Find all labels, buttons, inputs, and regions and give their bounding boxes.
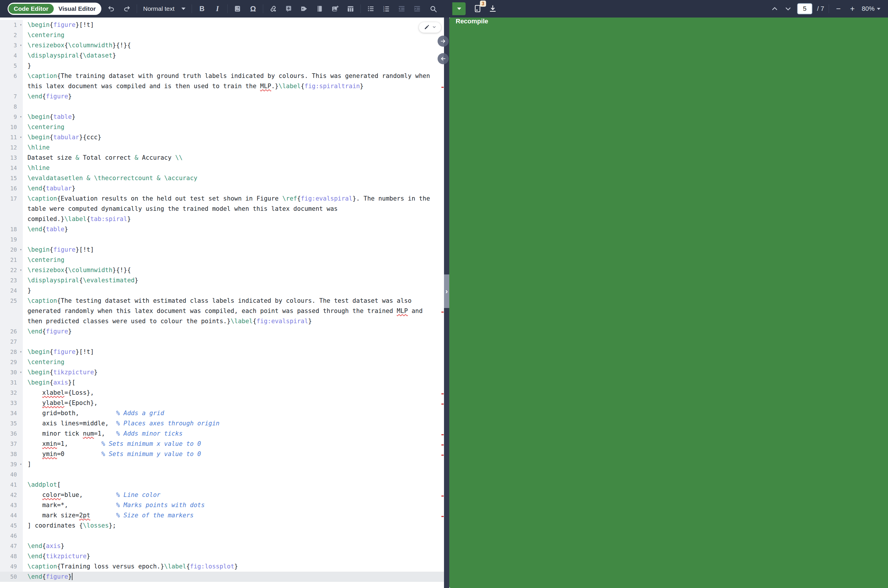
code-line-text[interactable]: \caption{The training dataset with groun… <box>23 71 444 92</box>
code-line[interactable]: 23\displayspiral{\evalestimated} <box>0 275 444 285</box>
code-line[interactable]: 37 xmin=1, % Sets minimum x value to 0 <box>0 439 444 449</box>
code-line[interactable]: 39▾] <box>0 459 444 470</box>
code-line-text[interactable]: \begin{figure}[!t] <box>23 244 444 255</box>
code-line-text[interactable]: grid=both, % Adds a grid <box>23 408 444 418</box>
insert-label-button[interactable] <box>299 3 310 14</box>
add-comment-button[interactable] <box>283 3 294 14</box>
code-line[interactable]: 2\centering <box>0 30 444 40</box>
code-line-text[interactable]: mark size=2pt % Size of the markers <box>23 510 444 520</box>
code-line-text[interactable]: \begin{tabular}{ccc} <box>23 132 444 142</box>
code-line-text[interactable]: ymin=0 % Sets minimum y value to 0 <box>23 449 444 459</box>
code-line[interactable]: 45] coordinates {\losses}; <box>0 520 444 531</box>
redo-button[interactable] <box>121 3 132 14</box>
code-line[interactable]: 47\end{axis} <box>0 541 444 551</box>
code-line[interactable]: 24} <box>0 285 444 296</box>
recompile-options-button[interactable] <box>452 2 466 15</box>
code-line-text[interactable]: \end{axis} <box>23 541 444 551</box>
layout-arrow-left-button[interactable] <box>437 53 449 64</box>
increase-indent-button[interactable] <box>412 3 423 14</box>
code-line-text[interactable]: mark=*, % Marks points with dots <box>23 500 444 510</box>
code-line[interactable]: 43 mark=*, % Marks points with dots <box>0 500 444 510</box>
code-line[interactable]: 18\end{table} <box>0 224 444 234</box>
code-line-text[interactable]: \centering <box>23 30 444 40</box>
code-line-text[interactable]: \begin{table} <box>23 112 444 122</box>
undo-button[interactable] <box>106 3 117 14</box>
code-line[interactable]: 17\caption{Evaluation results on the hel… <box>0 194 444 224</box>
code-line[interactable]: 42 color=blue, % Line color <box>0 490 444 500</box>
code-line-text[interactable]: \caption{Training loss versus epoch.}\la… <box>23 561 444 572</box>
code-line[interactable]: 10\centering <box>0 122 444 132</box>
code-line[interactable]: 13Dataset size & Total correct & Accurac… <box>0 153 444 163</box>
code-line[interactable]: 4\displayspiral{\dataset} <box>0 51 444 61</box>
insert-table-button[interactable] <box>345 3 356 14</box>
code-line[interactable]: 20▾\begin{figure}[!t] <box>0 244 444 255</box>
code-line[interactable]: 44 mark size=2pt % Size of the markers <box>0 510 444 520</box>
code-line-text[interactable]: Dataset size & Total correct & Accuracy … <box>23 153 444 163</box>
code-line-text[interactable]: \resizebox{\columnwidth}{!}{ <box>23 265 444 275</box>
code-line[interactable]: 7\end{figure} <box>0 92 444 102</box>
editing-mode-button[interactable] <box>419 22 441 33</box>
insert-math-button[interactable]: -x+= <box>232 3 243 14</box>
code-line-text[interactable]: \addplot[ <box>23 480 444 490</box>
numbered-list-button[interactable]: 123 <box>381 3 392 14</box>
code-line-text[interactable] <box>23 470 444 480</box>
code-line-text[interactable]: color=blue, % Line color <box>23 490 444 500</box>
paragraph-style-dropdown[interactable]: Normal text <box>141 5 187 12</box>
code-line-text[interactable]: \begin{figure}[!t] <box>23 347 444 357</box>
insert-reference-button[interactable] <box>314 3 325 14</box>
insert-symbol-button[interactable]: Ω <box>247 3 258 14</box>
code-line[interactable]: 9▾\begin{table} <box>0 112 444 122</box>
code-line[interactable]: 38 ymin=0 % Sets minimum y value to 0 <box>0 449 444 459</box>
code-line-text[interactable] <box>23 337 444 347</box>
code-line-text[interactable]: \end{figure} <box>23 572 444 582</box>
code-line-text[interactable] <box>23 234 444 244</box>
code-line[interactable]: 36 minor tick num=1, % Adds minor ticks <box>0 429 444 439</box>
code-line[interactable]: 14\hline <box>0 163 444 173</box>
code-line-text[interactable]: ylabel={Epoch}, <box>23 398 444 408</box>
code-line[interactable]: 12\hline <box>0 142 444 153</box>
code-line[interactable]: 19 <box>0 234 444 244</box>
code-line-text[interactable]: \caption{The testing dataset with estima… <box>23 296 444 326</box>
bullet-list-button[interactable] <box>365 3 376 14</box>
fold-arrow-icon[interactable]: ▾ <box>20 347 22 357</box>
code-line-text[interactable] <box>23 531 444 541</box>
fold-arrow-icon[interactable]: ▾ <box>20 459 22 470</box>
code-line-text[interactable]: \displayspiral{\dataset} <box>23 51 444 61</box>
divider-handle[interactable]: › <box>444 274 449 308</box>
code-line[interactable]: 6\caption{The training dataset with grou… <box>0 71 444 92</box>
search-button[interactable] <box>428 3 439 14</box>
code-line-text[interactable]: axis lines=middle, % Places axes through… <box>23 418 444 429</box>
overview-ruler[interactable] <box>441 18 444 588</box>
code-line[interactable]: 31\begin{axis}[ <box>0 378 444 388</box>
code-line-text[interactable]: \centering <box>23 357 444 367</box>
download-pdf-button[interactable] <box>487 3 498 14</box>
page-number-input[interactable]: 5 <box>797 3 812 14</box>
code-line[interactable]: 50\end{figure} <box>0 572 444 582</box>
code-line-text[interactable]: ] coordinates {\losses}; <box>23 520 444 531</box>
code-line[interactable]: 21\centering <box>0 255 444 265</box>
code-line-text[interactable]: xlabel={Loss}, <box>23 388 444 398</box>
code-line[interactable]: 11▾\begin{tabular}{ccc} <box>0 132 444 142</box>
code-line[interactable]: 49\caption{Training loss versus epoch.}\… <box>0 561 444 572</box>
code-line[interactable]: 27 <box>0 337 444 347</box>
code-line-text[interactable]: } <box>23 61 444 71</box>
italic-button[interactable]: I <box>212 3 223 14</box>
code-line[interactable]: 15\evaldatasetlen & \thecorrectcount & \… <box>0 173 444 183</box>
code-line-text[interactable]: \centering <box>23 122 444 132</box>
fold-arrow-icon[interactable]: ▾ <box>20 112 22 122</box>
code-line[interactable]: 30▾\begin{tikzpicture} <box>0 367 444 378</box>
code-line-text[interactable]: } <box>23 285 444 296</box>
code-line-text[interactable]: \caption{Evaluation results on the held … <box>23 194 444 224</box>
zoom-level-dropdown[interactable]: 80% <box>862 5 880 12</box>
zoom-in-button[interactable]: + <box>848 4 857 14</box>
code-line-text[interactable]: \hline <box>23 163 444 173</box>
code-line-text[interactable]: \displayspiral{\evalestimated} <box>23 275 444 285</box>
layout-arrow-right-button[interactable] <box>437 36 449 47</box>
code-line[interactable]: 32 xlabel={Loss}, <box>0 388 444 398</box>
fold-arrow-icon[interactable]: ▾ <box>20 265 22 275</box>
code-line[interactable]: 41\addplot[ <box>0 480 444 490</box>
code-line[interactable]: 3▾\resizebox{\columnwidth}{!}{ <box>0 40 444 51</box>
split-divider[interactable]: › <box>444 18 449 588</box>
recompile-button[interactable]: Recompile <box>449 18 888 588</box>
code-editor-toggle[interactable]: Code Editor <box>9 4 54 14</box>
